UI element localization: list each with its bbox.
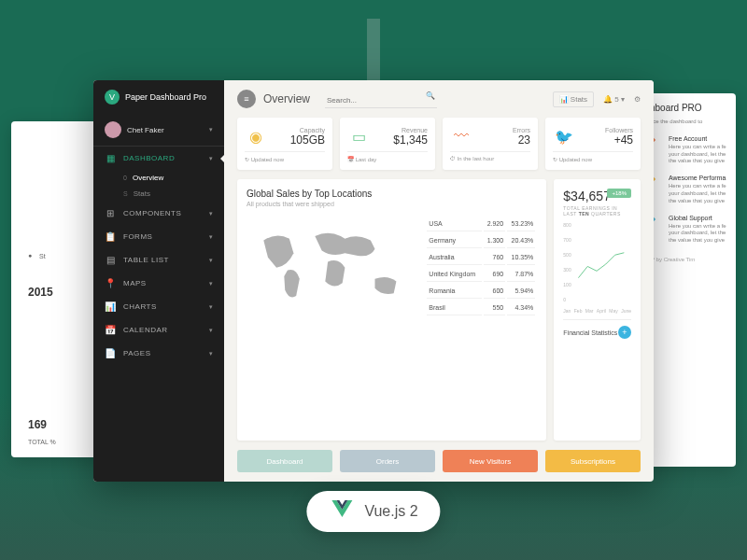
menu-button[interactable]: ≡: [237, 90, 256, 108]
y-tick: 700: [563, 237, 571, 243]
sidebar-sub-overview[interactable]: 0Overview: [93, 170, 224, 186]
stat-footer: ↻ Updated now: [553, 151, 633, 162]
stat-value: 105GB: [273, 133, 325, 147]
feature-text: Here you can write a fe your dashboard, …: [669, 144, 728, 165]
stat-value: 23: [478, 133, 530, 147]
month-label: May: [609, 308, 617, 314]
search-icon[interactable]: 🔍: [426, 91, 435, 100]
main-dashboard: V Paper Dashboard Pro Chet Faker ▾ ▦DASH…: [93, 80, 654, 482]
world-map: [247, 215, 417, 317]
add-button[interactable]: +: [618, 326, 631, 339]
total-label: TOTAL %: [28, 439, 56, 445]
stats-button[interactable]: 📊 Stats: [553, 91, 594, 107]
feature-item: ◆Global SupportHere you can write a fe y…: [650, 215, 728, 245]
sidebar-item-components[interactable]: ⊞COMPONENTS▾: [93, 202, 224, 225]
notifications-button[interactable]: 🔔 5 ▾: [603, 95, 625, 104]
stat-icon: 🐦: [553, 125, 575, 147]
table-row: Romania6005.94%: [427, 284, 535, 299]
nav-icon: ⊞: [105, 208, 116, 218]
logo-icon: V: [105, 90, 120, 105]
caret-icon: ▾: [209, 350, 213, 357]
nav-icon: 📄: [105, 348, 116, 358]
y-tick: 500: [563, 252, 571, 258]
sidebar-sub-stats[interactable]: SStats: [93, 186, 224, 202]
earnings-label: TOTAL EARNINGS IN LAST TEN QUARTERS: [563, 205, 631, 217]
month-label: June: [621, 308, 631, 314]
search-input[interactable]: [325, 93, 437, 108]
nav-icon: 📊: [105, 301, 116, 312]
credit-text: by Creative Tim: [656, 257, 696, 262]
month-label: Jan: [563, 308, 571, 314]
map-subtitle: All products that were shipped: [247, 201, 537, 207]
caret-icon: ▾: [209, 303, 213, 311]
stat-label: Errors: [478, 127, 530, 133]
nav-icon: 📅: [105, 325, 116, 335]
table-row: Germany1.30020.43%: [427, 233, 535, 248]
earnings-card: $34,657 +18% TOTAL EARNINGS IN LAST TEN …: [554, 179, 641, 441]
month-label: Mar: [585, 308, 594, 314]
sales-table: USA2.92053.23%Germany1.30020.43%Australi…: [425, 215, 537, 317]
stat-card-followers: 🐦Followers+45↻ Updated now: [545, 118, 641, 170]
caret-icon: ▾: [209, 155, 213, 162]
logo[interactable]: V Paper Dashboard Pro: [93, 80, 224, 114]
caret-icon: ▾: [209, 233, 213, 241]
caret-icon: ▾: [209, 210, 213, 217]
tile-new-visitors[interactable]: New Visitors: [443, 450, 538, 472]
caret-icon: ▾: [209, 126, 213, 133]
nav-label: CALENDAR: [123, 326, 202, 334]
nav-label: MAPS: [123, 279, 202, 287]
dot-icon: ●: [28, 252, 35, 259]
tile-orders[interactable]: Orders: [340, 450, 435, 472]
nav-icon: ▦: [105, 153, 116, 163]
stat-label: Revenue: [375, 127, 428, 133]
tile-dashboard[interactable]: Dashboard: [237, 450, 332, 472]
feature-text: Here you can write a fe your dashboard, …: [669, 223, 728, 245]
y-tick: 0: [563, 297, 566, 302]
feature-text: Here you can write a fe your dashboard, …: [669, 183, 728, 204]
sidebar-item-forms[interactable]: 📋FORMS▾: [93, 225, 224, 248]
sidebar-item-maps[interactable]: 📍MAPS▾: [93, 272, 224, 295]
stat-card-capacity: ◉Capacity105GB↻ Updated now: [237, 118, 332, 170]
y-tick: 100: [563, 282, 571, 287]
nav-icon: 📋: [105, 231, 116, 242]
topbar: ≡ Overview 🔍 📊 Stats 🔔 5 ▾ ⚙: [224, 80, 654, 118]
caret-icon: ▾: [209, 280, 213, 287]
vue-logo-icon: [329, 500, 355, 523]
stat-icon: 〰: [450, 125, 472, 147]
stat-footer: 📅 Last day: [347, 151, 428, 162]
caret-icon: ▾: [209, 327, 213, 334]
map-title: Global Sales by Top Locations: [247, 189, 537, 199]
month-label: Feb: [574, 308, 583, 314]
feature-title: Awesome Performa: [669, 175, 728, 181]
sidebar-item-charts[interactable]: 📊CHARTS▾: [93, 295, 224, 318]
stat-footer: ⏱ In the last hour: [450, 151, 530, 161]
app-name: Paper Dashboard Pro: [125, 92, 206, 102]
stat-icon: ◉: [245, 125, 267, 147]
stat-label: Capacity: [273, 127, 325, 133]
sidebar-item-table list[interactable]: ▤TABLE LIST▾: [93, 248, 224, 272]
sidebar-item-dashboard[interactable]: ▦DASHBOARD▾: [93, 147, 224, 170]
content-area: ≡ Overview 🔍 📊 Stats 🔔 5 ▾ ⚙ ◉Capacity10…: [224, 80, 654, 482]
sidebar-item-calendar[interactable]: 📅CALENDAR▾: [93, 318, 224, 342]
y-tick: 300: [563, 267, 571, 273]
tile-subscriptions[interactable]: Subscriptions: [545, 450, 641, 472]
nav-label: DASHBOARD: [123, 154, 202, 162]
background-card-left: ●St 2015 169 TOTAL %: [11, 121, 105, 457]
caret-icon: ▾: [209, 257, 213, 264]
earnings-chart: 8007005003001000: [563, 222, 631, 306]
vue-badge: Vue.js 2: [306, 491, 440, 532]
year-text: 2015: [28, 286, 53, 299]
table-row: USA2.92053.23%: [427, 217, 535, 231]
table-row: Australia76010.35%: [427, 250, 535, 265]
search: 🔍: [325, 90, 437, 108]
stat-value: +45: [581, 133, 633, 147]
feature-item: ◆Free AccountHere you can write a fe you…: [650, 135, 728, 165]
nav-label: CHARTS: [123, 302, 202, 311]
settings-icon[interactable]: ⚙: [634, 95, 641, 104]
financial-stats-label: Financial Statistics: [563, 329, 617, 336]
stat-label: Followers: [581, 127, 633, 133]
stat-icon: ▭: [347, 125, 370, 147]
feature-item: ◆Awesome PerformaHere you can write a fe…: [650, 175, 728, 204]
sidebar-item-pages[interactable]: 📄PAGES▾: [93, 342, 224, 365]
user-profile[interactable]: Chet Faker ▾: [93, 114, 224, 147]
